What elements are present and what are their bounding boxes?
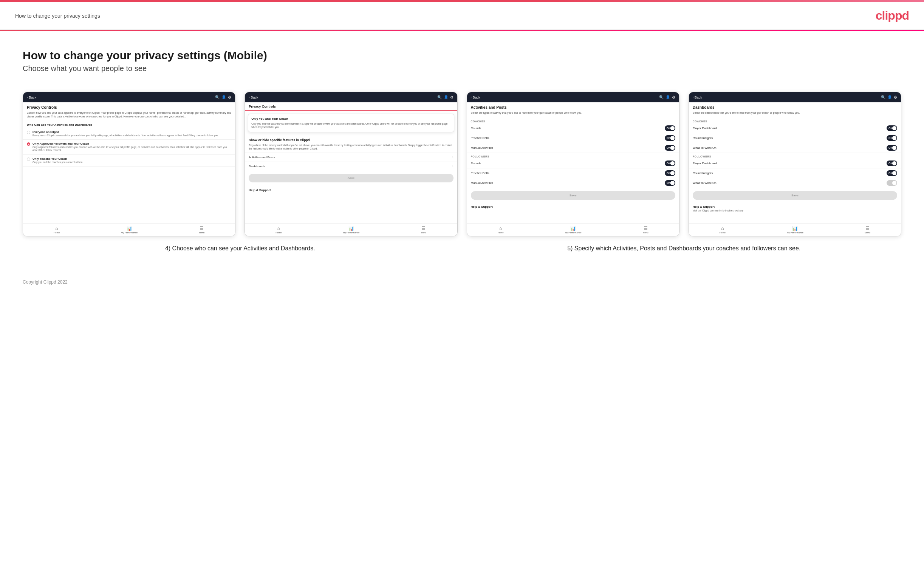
- toggle-followers-rounds[interactable]: Rounds ON: [467, 159, 679, 168]
- search-icon-2[interactable]: 🔍: [437, 95, 442, 99]
- top-bar-title: How to change your privacy settings: [15, 13, 100, 19]
- radio-everyone[interactable]: [27, 131, 30, 134]
- page-heading: How to change your privacy settings (Mob…: [23, 49, 901, 62]
- search-icon-4[interactable]: 🔍: [881, 95, 885, 99]
- radio-option-everyone[interactable]: Everyone on Clippd Everyone on Clippd ca…: [23, 128, 235, 140]
- phone-header-4: ‹ Back 🔍 👤 ⚙: [689, 92, 901, 102]
- nav-home-1[interactable]: ⌂ Home: [54, 226, 60, 234]
- save-button-2[interactable]: Save: [249, 174, 453, 182]
- nav-performance-2[interactable]: 📊 My Performance: [343, 226, 359, 234]
- caption-1: 4) Choose who can see your Activities an…: [23, 244, 458, 253]
- screen-4-col: ‹ Back 🔍 👤 ⚙ Dashboards Select the dashb…: [688, 92, 901, 236]
- toggle-coaches-player-dash-switch[interactable]: ON: [887, 126, 897, 131]
- radio-option-coach[interactable]: Only You and Your Coach Only you and the…: [23, 155, 235, 166]
- dashboards-title: Dashboards: [689, 102, 901, 111]
- settings-icon-4[interactable]: ⚙: [894, 95, 897, 99]
- people-icon-3[interactable]: 👤: [666, 95, 670, 99]
- menu-activities[interactable]: Activities and Posts ›: [245, 153, 457, 162]
- caption-2: 5) Specify which Activities, Posts and D…: [467, 244, 902, 253]
- toggle-coaches-rounds[interactable]: Rounds ON: [467, 124, 679, 133]
- phone-body-3: Activities and Posts Select the types of…: [467, 102, 679, 223]
- settings-icon-2[interactable]: ⚙: [450, 95, 454, 99]
- phone-mockup-4: ‹ Back 🔍 👤 ⚙ Dashboards Select the dashb…: [688, 92, 901, 236]
- back-button-2[interactable]: ‹ Back: [249, 95, 258, 99]
- nav-performance-4[interactable]: 📊 My Performance: [787, 226, 803, 234]
- followers-label-4: FOLLOWERS: [689, 153, 901, 159]
- toggle-followers-drills-switch[interactable]: ON: [665, 170, 675, 176]
- home-icon-2: ⌂: [277, 226, 280, 231]
- coaches-label-3: COACHES: [467, 118, 679, 124]
- home-icon-3: ⌂: [499, 226, 502, 231]
- chevron-left-icon-3: ‹: [471, 95, 472, 99]
- toggle-coaches-drills-switch[interactable]: ON: [665, 135, 675, 141]
- save-button-3[interactable]: Save: [471, 191, 675, 200]
- toggle-coaches-rounds-switch[interactable]: ON: [665, 126, 675, 131]
- phone-mockup-2: ‹ Back 🔍 👤 ⚙ Privacy Controls O: [244, 92, 457, 236]
- save-button-4[interactable]: Save: [693, 191, 897, 200]
- nav-menu-3[interactable]: ☰ Menu: [643, 226, 648, 234]
- phone-body-4: Dashboards Select the dashboards that yo…: [689, 102, 901, 223]
- specific-section-desc: Regardless of the privacy controls that …: [245, 143, 457, 153]
- privacy-section-title: Who Can See Your Activities and Dashboar…: [23, 122, 235, 128]
- screen-2-col: ‹ Back 🔍 👤 ⚙ Privacy Controls O: [244, 92, 457, 236]
- nav-menu-4[interactable]: ☰ Menu: [865, 226, 870, 234]
- search-icon-3[interactable]: 🔍: [659, 95, 664, 99]
- toggle-coaches-what-to-work-switch[interactable]: ON: [887, 145, 897, 151]
- toggle-followers-player-dash[interactable]: Player Dashboard ON: [689, 159, 901, 168]
- toggle-coaches-round-insights-switch[interactable]: ON: [887, 135, 897, 141]
- toggle-followers-round-insights[interactable]: Round Insights ON: [689, 168, 901, 178]
- toggle-followers-what-to-work-switch[interactable]: [887, 180, 897, 186]
- toggle-coaches-manual-switch[interactable]: ON: [665, 145, 675, 151]
- privacy-tab[interactable]: Privacy Controls: [249, 105, 276, 110]
- settings-icon-3[interactable]: ⚙: [672, 95, 675, 99]
- settings-icon[interactable]: ⚙: [228, 95, 231, 99]
- radio-followers[interactable]: [27, 142, 30, 146]
- radio-coach[interactable]: [27, 158, 30, 161]
- nav-home-3[interactable]: ⌂ Home: [498, 226, 504, 234]
- menu-dashboards[interactable]: Dashboards ›: [245, 162, 457, 171]
- toggle-coaches-drills[interactable]: Practice Drills ON: [467, 133, 679, 143]
- people-icon-4[interactable]: 👤: [887, 95, 892, 99]
- toggle-coaches-player-dash[interactable]: Player Dashboard ON: [689, 124, 901, 133]
- header-icons-4: 🔍 👤 ⚙: [881, 95, 897, 99]
- back-button-3[interactable]: ‹ Back: [471, 95, 480, 99]
- followers-label-3: FOLLOWERS: [467, 153, 679, 159]
- privacy-controls-title: Privacy Controls: [23, 102, 235, 111]
- caption-text-2: 5) Specify which Activities, Posts and D…: [567, 244, 800, 253]
- popup-card: Only You and Your Coach Only you and the…: [248, 114, 454, 132]
- toggle-followers-player-dash-switch[interactable]: ON: [887, 161, 897, 166]
- header-icons-1: 🔍 👤 ⚙: [215, 95, 231, 99]
- nav-performance-1[interactable]: 📊 My Performance: [121, 226, 137, 234]
- nav-home-2[interactable]: ⌂ Home: [276, 226, 281, 234]
- privacy-controls-desc: Control how you and your data appears to…: [23, 111, 235, 122]
- nav-home-4[interactable]: ⌂ Home: [720, 226, 725, 234]
- toggle-followers-round-insights-switch[interactable]: ON: [887, 170, 897, 176]
- copyright: Copyright Clippd 2022: [23, 279, 68, 285]
- nav-performance-3[interactable]: 📊 My Performance: [565, 226, 582, 234]
- nav-menu-2[interactable]: ☰ Menu: [421, 226, 426, 234]
- phone-mockup-1: ‹ Back 🔍 👤 ⚙ Privacy Controls Control ho…: [23, 92, 236, 236]
- people-icon[interactable]: 👤: [221, 95, 226, 99]
- back-button-4[interactable]: ‹ Back: [693, 95, 702, 99]
- toggle-coaches-what-to-work[interactable]: What To Work On ON: [689, 143, 901, 153]
- chevron-left-icon-4: ‹: [693, 95, 694, 99]
- toggle-followers-drills[interactable]: Practice Drills ON: [467, 168, 679, 178]
- toggle-followers-rounds-switch[interactable]: ON: [665, 161, 675, 166]
- toggle-coaches-manual[interactable]: Manual Activities ON: [467, 143, 679, 153]
- chevron-left-icon: ‹: [27, 95, 28, 99]
- caption-row: 4) Choose who can see your Activities an…: [23, 244, 901, 253]
- toggle-coaches-round-insights[interactable]: Round Insights ON: [689, 133, 901, 143]
- search-icon[interactable]: 🔍: [215, 95, 220, 99]
- activities-posts-desc: Select the types of activity that you'd …: [467, 111, 679, 118]
- radio-option-followers[interactable]: Only Approved Followers and Your Coach O…: [23, 140, 235, 155]
- people-icon-2[interactable]: 👤: [444, 95, 448, 99]
- chevron-left-icon-2: ‹: [249, 95, 250, 99]
- toggle-followers-manual-switch[interactable]: ON: [665, 180, 675, 186]
- phone-header-3: ‹ Back 🔍 👤 ⚙: [467, 92, 679, 102]
- toggle-followers-manual[interactable]: Manual Activities ON: [467, 178, 679, 188]
- toggle-followers-what-to-work[interactable]: What To Work On: [689, 178, 901, 188]
- back-button-1[interactable]: ‹ Back: [27, 95, 36, 99]
- nav-menu-1[interactable]: ☰ Menu: [199, 226, 204, 234]
- phone-header-1: ‹ Back 🔍 👤 ⚙: [23, 92, 235, 102]
- menu-icon-4: ☰: [866, 226, 869, 231]
